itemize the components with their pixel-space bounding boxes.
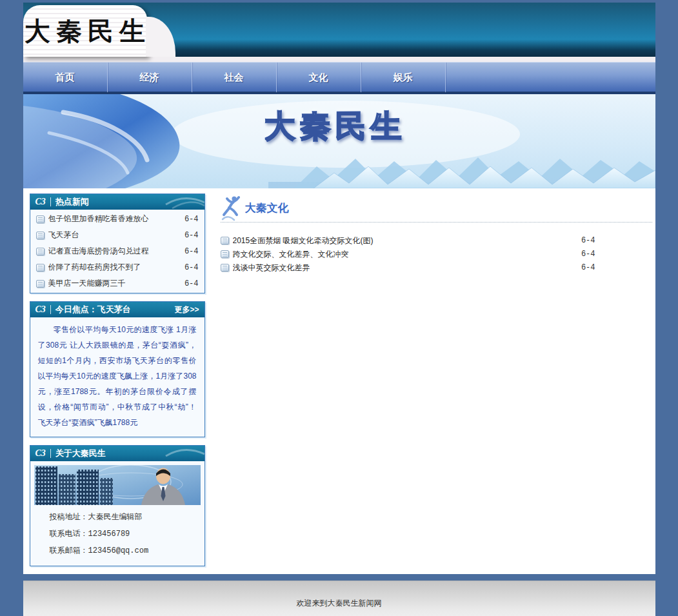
news-item-title[interactable]: 记者直击海底捞骨汤勾兑过程 bbox=[48, 246, 181, 257]
hot-news-header: C3 热点新闻 bbox=[30, 194, 204, 210]
nav-item-label: 经济 bbox=[140, 72, 159, 84]
news-item[interactable]: 美甲店一天能赚两三千 6-4 bbox=[30, 275, 204, 292]
article-date: 6-4 bbox=[581, 236, 595, 245]
contact-line: 投稿地址：大秦民生编辑部 bbox=[50, 509, 204, 526]
more-link[interactable]: 更多>> bbox=[174, 304, 199, 315]
contact-label: 联系电话： bbox=[50, 529, 88, 538]
document-icon bbox=[36, 264, 45, 272]
document-icon bbox=[221, 237, 229, 244]
page-wrapper: 大秦民生 首页 经济 社会 文化 娱乐 bbox=[23, 3, 655, 616]
header-strip bbox=[23, 57, 655, 62]
footer-bar bbox=[23, 574, 655, 581]
contact-label: 投稿地址： bbox=[50, 512, 88, 521]
news-item-date: 6-4 bbox=[184, 215, 199, 224]
main-nav: 首页 经济 社会 文化 娱乐 bbox=[23, 62, 655, 94]
article-row[interactable]: 2015全面禁烟 吸烟文化牵动交际文化(图) 6-4 bbox=[221, 234, 652, 247]
header-divider bbox=[50, 449, 51, 458]
news-item-title[interactable]: 美甲店一天能赚两三千 bbox=[48, 278, 181, 289]
focus-body-text: 零售价以平均每天10元的速度飞涨 1月涨了308元 让人大跌眼镜的是，茅台“耍酒… bbox=[30, 317, 204, 437]
focus-panel: C3 今日焦点：飞天茅台 更多>> 零售价以平均每天10元的速度飞涨 1月涨了3… bbox=[30, 301, 205, 437]
news-item-title[interactable]: 价降了药却在药房找不到了 bbox=[48, 262, 181, 273]
contact-value: 123456789 bbox=[88, 530, 130, 539]
article-list: 2015全面禁烟 吸烟文化牵动交际文化(图) 6-4 跨文化交际、文化差异、文化… bbox=[221, 234, 652, 274]
contact-value: 大秦民生编辑部 bbox=[88, 513, 143, 522]
news-item-date: 6-4 bbox=[184, 247, 199, 256]
article-date: 6-4 bbox=[581, 263, 595, 272]
site-logo-tab[interactable]: 大秦民生 bbox=[23, 5, 147, 57]
article-title[interactable]: 浅谈中英交际文化差异 bbox=[233, 263, 310, 273]
header-divider bbox=[50, 197, 51, 206]
brand-mark-icon: C3 bbox=[35, 304, 46, 315]
footer-text: 欢迎来到大秦民生新闻网 bbox=[297, 598, 382, 609]
contact-line: 联系邮箱：123456@qq.com bbox=[50, 542, 204, 559]
about-title: 关于大秦民生 bbox=[55, 448, 106, 459]
contact-line: 联系电话：123456789 bbox=[50, 526, 204, 542]
site-header: 大秦民生 bbox=[23, 3, 655, 57]
focus-header: C3 今日焦点：飞天茅台 更多>> bbox=[30, 302, 204, 317]
hot-news-title: 热点新闻 bbox=[55, 196, 89, 208]
nav-item-label: 首页 bbox=[55, 72, 75, 84]
site-logo-text: 大秦民生 bbox=[19, 14, 151, 49]
brand-mark-icon: C3 bbox=[35, 448, 46, 459]
header-divider bbox=[50, 305, 51, 314]
document-icon bbox=[36, 248, 45, 255]
nav-item[interactable]: 社会 bbox=[192, 63, 277, 92]
document-icon bbox=[221, 250, 229, 258]
document-icon bbox=[36, 280, 45, 288]
article-title[interactable]: 跨文化交际、文化差异、文化冲突 bbox=[233, 249, 349, 260]
news-item[interactable]: 记者直击海底捞骨汤勾兑过程 6-4 bbox=[30, 243, 204, 259]
sidebar: C3 热点新闻 包子馅里加香精吃着香难放心 6-4 bbox=[23, 188, 212, 574]
news-item[interactable]: 飞天茅台 6-4 bbox=[30, 227, 204, 243]
section-header: 大秦文化 bbox=[221, 194, 652, 219]
news-item-title[interactable]: 包子馅里加香精吃着香难放心 bbox=[48, 214, 181, 224]
news-item[interactable]: 价降了药却在药房找不到了 6-4 bbox=[30, 259, 204, 275]
content-area: C3 热点新闻 包子馅里加香精吃着香难放心 6-4 bbox=[23, 188, 655, 574]
hot-news-panel: C3 热点新闻 包子馅里加香精吃着香难放心 6-4 bbox=[30, 194, 205, 293]
contact-value: 123456@qq.com bbox=[88, 546, 149, 555]
section-divider bbox=[221, 222, 652, 223]
article-title[interactable]: 2015全面禁烟 吸烟文化牵动交际文化(图) bbox=[233, 235, 374, 246]
news-item-title[interactable]: 飞天茅台 bbox=[48, 230, 181, 241]
nav-item-label: 社会 bbox=[224, 72, 244, 84]
document-icon bbox=[221, 264, 229, 272]
main-content: 大秦文化 2015全面禁烟 吸烟文化牵动交际文化(图) 6-4 跨文化交际、文化… bbox=[212, 188, 655, 574]
contact-label: 联系邮箱： bbox=[50, 546, 88, 555]
news-item-date: 6-4 bbox=[184, 231, 199, 240]
nav-item[interactable]: 经济 bbox=[108, 63, 192, 92]
article-date: 6-4 bbox=[581, 250, 595, 259]
news-item-date: 6-4 bbox=[184, 279, 199, 288]
about-photo bbox=[34, 465, 201, 505]
hot-news-list: 包子馅里加香精吃着香难放心 6-4 飞天茅台 6-4 记者直击海底捞骨汤勾兑过程 bbox=[30, 210, 204, 293]
site-footer: 欢迎来到大秦民生新闻网 bbox=[23, 581, 655, 616]
about-header: C3 关于大秦民生 bbox=[30, 446, 204, 461]
section-title: 大秦文化 bbox=[245, 201, 289, 215]
nav-item-label: 娱乐 bbox=[394, 72, 413, 84]
about-panel: C3 关于大秦民生 bbox=[30, 445, 205, 566]
document-icon bbox=[36, 215, 45, 223]
banner: 大秦民生 bbox=[23, 94, 655, 188]
nav-item[interactable]: 文化 bbox=[277, 63, 361, 92]
banner-title: 大秦民生 bbox=[264, 106, 406, 147]
focus-title: 今日焦点：飞天茅台 bbox=[55, 304, 131, 315]
article-row[interactable]: 浅谈中英交际文化差异 6-4 bbox=[221, 261, 652, 274]
brand-mark-icon: C3 bbox=[35, 197, 46, 207]
nav-item[interactable]: 首页 bbox=[23, 63, 108, 92]
document-icon bbox=[36, 232, 45, 239]
news-item-date: 6-4 bbox=[184, 263, 199, 272]
swoosh-icon bbox=[165, 446, 204, 461]
contact-lines: 投稿地址：大秦民生编辑部 联系电话：123456789 联系邮箱：123456@… bbox=[30, 508, 204, 566]
news-item[interactable]: 包子馅里加香精吃着香难放心 6-4 bbox=[30, 211, 204, 227]
nav-item-label: 文化 bbox=[309, 72, 328, 84]
nav-item[interactable]: 娱乐 bbox=[361, 63, 446, 92]
swoosh-icon bbox=[165, 194, 204, 210]
jumping-person-icon bbox=[221, 195, 240, 222]
article-row[interactable]: 跨文化交际、文化差异、文化冲突 6-4 bbox=[221, 248, 652, 261]
